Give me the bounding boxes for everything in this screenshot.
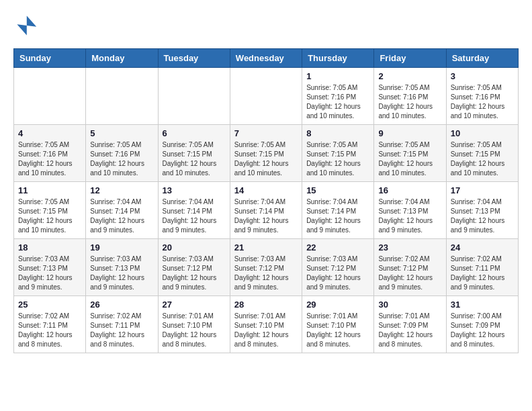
calendar-cell: 25Sunrise: 7:02 AM Sunset: 7:11 PM Dayli… (14, 296, 86, 353)
day-number: 25 (18, 300, 81, 310)
day-number: 14 (234, 185, 298, 195)
day-info: Sunrise: 7:05 AM Sunset: 7:16 PM Dayligh… (18, 140, 81, 178)
calendar-cell: 16Sunrise: 7:04 AM Sunset: 7:13 PM Dayli… (374, 182, 446, 239)
calendar-header-row: SundayMondayTuesdayWednesdayThursdayFrid… (14, 49, 519, 68)
day-number: 12 (90, 185, 153, 195)
page-header (13, 13, 519, 38)
day-info: Sunrise: 7:04 AM Sunset: 7:14 PM Dayligh… (90, 197, 153, 235)
day-info: Sunrise: 7:05 AM Sunset: 7:16 PM Dayligh… (306, 83, 369, 121)
calendar-cell: 31Sunrise: 7:00 AM Sunset: 7:09 PM Dayli… (446, 296, 518, 353)
day-number: 27 (163, 300, 226, 310)
day-number: 3 (451, 71, 514, 81)
day-number: 16 (378, 185, 441, 195)
day-info: Sunrise: 7:05 AM Sunset: 7:15 PM Dayligh… (234, 140, 298, 178)
day-number: 22 (306, 242, 369, 253)
calendar-cell: 4Sunrise: 7:05 AM Sunset: 7:16 PM Daylig… (14, 125, 86, 182)
calendar-week-2: 4Sunrise: 7:05 AM Sunset: 7:16 PM Daylig… (14, 125, 519, 182)
day-number: 24 (451, 242, 514, 253)
calendar-cell (158, 68, 230, 125)
day-info: Sunrise: 7:04 AM Sunset: 7:14 PM Dayligh… (163, 197, 226, 235)
day-info: Sunrise: 7:02 AM Sunset: 7:11 PM Dayligh… (90, 312, 153, 349)
day-number: 1 (306, 71, 369, 81)
day-number: 20 (163, 242, 226, 253)
calendar-cell: 22Sunrise: 7:03 AM Sunset: 7:12 PM Dayli… (302, 239, 374, 296)
calendar-cell: 19Sunrise: 7:03 AM Sunset: 7:13 PM Dayli… (86, 239, 158, 296)
day-info: Sunrise: 7:04 AM Sunset: 7:14 PM Dayligh… (234, 197, 298, 235)
calendar-cell: 27Sunrise: 7:01 AM Sunset: 7:10 PM Dayli… (158, 296, 230, 353)
day-number: 26 (90, 300, 153, 310)
day-number: 21 (234, 242, 298, 253)
day-info: Sunrise: 7:02 AM Sunset: 7:12 PM Dayligh… (378, 255, 441, 292)
day-info: Sunrise: 7:05 AM Sunset: 7:15 PM Dayligh… (378, 140, 441, 178)
day-number: 10 (451, 128, 514, 138)
calendar-cell: 24Sunrise: 7:02 AM Sunset: 7:11 PM Dayli… (446, 239, 518, 296)
calendar-week-1: 1Sunrise: 7:05 AM Sunset: 7:16 PM Daylig… (14, 68, 519, 125)
day-info: Sunrise: 7:05 AM Sunset: 7:16 PM Dayligh… (90, 140, 153, 178)
header-sunday: Sunday (14, 49, 86, 68)
calendar-week-3: 11Sunrise: 7:05 AM Sunset: 7:15 PM Dayli… (14, 182, 519, 239)
calendar-cell: 7Sunrise: 7:05 AM Sunset: 7:15 PM Daylig… (230, 125, 302, 182)
day-info: Sunrise: 7:03 AM Sunset: 7:13 PM Dayligh… (90, 255, 153, 292)
day-info: Sunrise: 7:01 AM Sunset: 7:10 PM Dayligh… (234, 312, 298, 349)
day-info: Sunrise: 7:01 AM Sunset: 7:10 PM Dayligh… (306, 312, 369, 349)
calendar-cell: 17Sunrise: 7:04 AM Sunset: 7:13 PM Dayli… (446, 182, 518, 239)
day-number: 11 (18, 185, 81, 195)
day-number: 23 (378, 242, 441, 253)
day-number: 2 (378, 71, 441, 81)
day-info: Sunrise: 7:04 AM Sunset: 7:13 PM Dayligh… (451, 197, 514, 235)
day-number: 5 (90, 128, 153, 138)
calendar-cell: 13Sunrise: 7:04 AM Sunset: 7:14 PM Dayli… (158, 182, 230, 239)
day-number: 31 (451, 300, 514, 310)
calendar-cell: 29Sunrise: 7:01 AM Sunset: 7:10 PM Dayli… (302, 296, 374, 353)
header-tuesday: Tuesday (158, 49, 230, 68)
calendar-cell: 8Sunrise: 7:05 AM Sunset: 7:15 PM Daylig… (302, 125, 374, 182)
day-info: Sunrise: 7:01 AM Sunset: 7:10 PM Dayligh… (163, 312, 226, 349)
header-monday: Monday (86, 49, 158, 68)
calendar-cell (230, 68, 302, 125)
day-info: Sunrise: 7:02 AM Sunset: 7:11 PM Dayligh… (451, 255, 514, 292)
header-friday: Friday (374, 49, 446, 68)
calendar-cell: 6Sunrise: 7:05 AM Sunset: 7:15 PM Daylig… (158, 125, 230, 182)
calendar-cell: 5Sunrise: 7:05 AM Sunset: 7:16 PM Daylig… (86, 125, 158, 182)
day-number: 18 (18, 242, 81, 253)
day-info: Sunrise: 7:02 AM Sunset: 7:11 PM Dayligh… (18, 312, 81, 349)
calendar-cell: 30Sunrise: 7:01 AM Sunset: 7:09 PM Dayli… (374, 296, 446, 353)
day-info: Sunrise: 7:03 AM Sunset: 7:12 PM Dayligh… (306, 255, 369, 292)
day-info: Sunrise: 7:03 AM Sunset: 7:12 PM Dayligh… (234, 255, 298, 292)
day-number: 6 (163, 128, 226, 138)
day-info: Sunrise: 7:03 AM Sunset: 7:12 PM Dayligh… (163, 255, 226, 292)
day-info: Sunrise: 7:00 AM Sunset: 7:09 PM Dayligh… (451, 312, 514, 349)
calendar-week-4: 18Sunrise: 7:03 AM Sunset: 7:13 PM Dayli… (14, 239, 519, 296)
day-info: Sunrise: 7:05 AM Sunset: 7:15 PM Dayligh… (163, 140, 226, 178)
day-number: 19 (90, 242, 153, 253)
day-info: Sunrise: 7:04 AM Sunset: 7:14 PM Dayligh… (306, 197, 369, 235)
svg-marker-0 (17, 16, 36, 36)
calendar: SundayMondayTuesdayWednesdayThursdayFrid… (13, 48, 519, 353)
calendar-cell: 10Sunrise: 7:05 AM Sunset: 7:15 PM Dayli… (446, 125, 518, 182)
day-info: Sunrise: 7:05 AM Sunset: 7:16 PM Dayligh… (451, 83, 514, 121)
calendar-cell (14, 68, 86, 125)
calendar-cell: 1Sunrise: 7:05 AM Sunset: 7:16 PM Daylig… (302, 68, 374, 125)
day-number: 29 (306, 300, 369, 310)
day-info: Sunrise: 7:05 AM Sunset: 7:16 PM Dayligh… (378, 83, 441, 121)
day-info: Sunrise: 7:05 AM Sunset: 7:15 PM Dayligh… (18, 197, 81, 235)
calendar-cell: 28Sunrise: 7:01 AM Sunset: 7:10 PM Dayli… (230, 296, 302, 353)
calendar-cell: 2Sunrise: 7:05 AM Sunset: 7:16 PM Daylig… (374, 68, 446, 125)
calendar-cell: 3Sunrise: 7:05 AM Sunset: 7:16 PM Daylig… (446, 68, 518, 125)
calendar-cell: 20Sunrise: 7:03 AM Sunset: 7:12 PM Dayli… (158, 239, 230, 296)
calendar-cell: 21Sunrise: 7:03 AM Sunset: 7:12 PM Dayli… (230, 239, 302, 296)
day-info: Sunrise: 7:05 AM Sunset: 7:15 PM Dayligh… (306, 140, 369, 178)
day-number: 15 (306, 185, 369, 195)
calendar-cell: 18Sunrise: 7:03 AM Sunset: 7:13 PM Dayli… (14, 239, 86, 296)
header-saturday: Saturday (446, 49, 518, 68)
day-info: Sunrise: 7:01 AM Sunset: 7:09 PM Dayligh… (378, 312, 441, 349)
day-number: 17 (451, 185, 514, 195)
day-info: Sunrise: 7:05 AM Sunset: 7:15 PM Dayligh… (451, 140, 514, 178)
calendar-cell (86, 68, 158, 125)
day-number: 13 (163, 185, 226, 195)
day-number: 8 (306, 128, 369, 138)
day-number: 7 (234, 128, 298, 138)
day-number: 28 (234, 300, 298, 310)
calendar-cell: 11Sunrise: 7:05 AM Sunset: 7:15 PM Dayli… (14, 182, 86, 239)
day-info: Sunrise: 7:03 AM Sunset: 7:13 PM Dayligh… (18, 255, 81, 292)
